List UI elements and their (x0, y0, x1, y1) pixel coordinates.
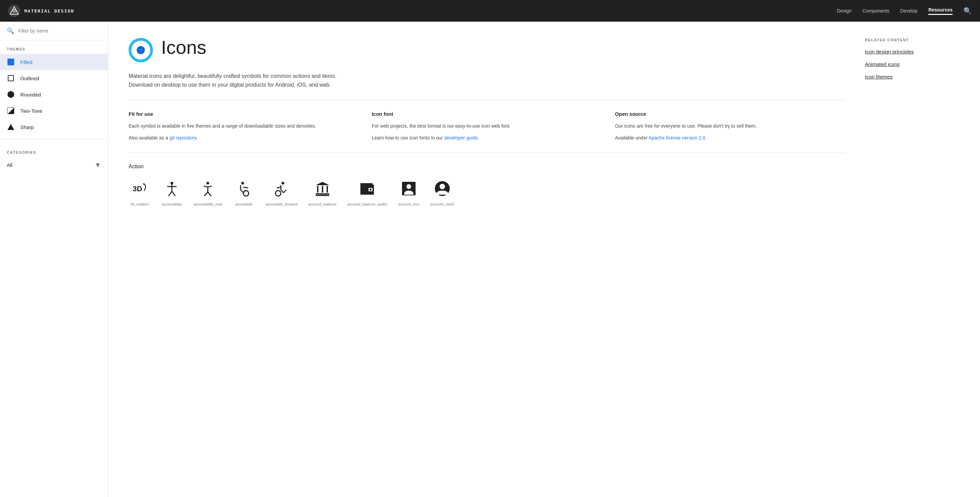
rounded-label: Rounded (20, 92, 41, 97)
brand-name: MATERIAL DESIGN (24, 8, 74, 14)
brand-logo[interactable]: MATERIAL DESIGN (8, 5, 74, 17)
sidebar-item-filled[interactable]: Filled (0, 54, 108, 70)
svg-point-19 (282, 182, 284, 185)
svg-rect-23 (317, 186, 318, 193)
material-logo-icon (8, 5, 20, 17)
filled-theme-icon (7, 58, 15, 66)
nav-design[interactable]: Design (837, 8, 852, 14)
category-value: All (7, 162, 13, 168)
svg-point-35 (439, 184, 445, 189)
outlined-theme-icon (7, 74, 15, 82)
hero-icon-wrap (129, 38, 153, 64)
svg-point-5 (139, 48, 143, 52)
svg-point-30 (369, 189, 372, 191)
related-content-label: RELATED CONTENT (865, 38, 960, 42)
related-link-icon-themes[interactable]: Icon themes (865, 74, 960, 80)
icon-label-account-circle: account_circle (430, 202, 454, 206)
sidebar-item-rounded[interactable]: Rounded (0, 86, 108, 103)
icon-accessible-forward[interactable]: accessible_forward (266, 178, 298, 206)
developer-guide-link[interactable]: developer guide (444, 135, 478, 140)
svg-point-16 (241, 182, 244, 185)
categories-section-label: CATEGORIES (0, 143, 108, 157)
svg-point-2 (12, 9, 16, 13)
svg-line-10 (169, 191, 172, 196)
filled-label: Filled (20, 59, 32, 65)
related-link-design-principles[interactable]: Icon design principles (865, 49, 960, 54)
svg-line-21 (277, 187, 281, 188)
svg-point-33 (406, 184, 411, 189)
svg-point-17 (243, 191, 249, 196)
svg-point-12 (207, 182, 209, 185)
icon-account-balance-wallet[interactable]: account_balance_wallet (347, 178, 387, 206)
feature-font-desc: For web projects, the best format is our… (372, 122, 602, 130)
rounded-theme-icon (7, 91, 15, 99)
icon-accessibility-svg (161, 178, 183, 199)
feature-font-extra: Learn how to use icon fonts in our devel… (372, 134, 602, 142)
hero-divider (129, 100, 845, 100)
top-navigation: MATERIAL DESIGN Design Components Develo… (0, 0, 980, 22)
feature-fit-title: Fit for use (129, 111, 358, 117)
nav-links: Design Components Develop Resources (837, 7, 953, 15)
nav-components[interactable]: Components (862, 8, 889, 14)
features-grid: Fit for use Each symbol is available in … (129, 111, 845, 142)
icon-accessibility-new[interactable]: accessibility_new (194, 178, 222, 206)
feature-font-title: Icon font (372, 111, 602, 117)
themes-section-label: THEMES (0, 40, 108, 54)
action-section: Action 3D 3d_rotation (129, 164, 845, 206)
icon-accessible[interactable]: accessible (233, 178, 255, 206)
feature-fit-extra: Also available as a git repository. (129, 134, 358, 142)
icon-label-accessibility: accessibility (162, 202, 182, 206)
svg-point-7 (170, 182, 173, 185)
icon-label-accessible-forward: accessible_forward (266, 202, 298, 206)
svg-rect-31 (360, 183, 372, 185)
main-content: Icons Material icons are delightful, bea… (108, 22, 980, 222)
svg-rect-25 (326, 186, 328, 193)
feature-fit-desc: Each symbol is available in five themes … (129, 122, 358, 130)
svg-line-18 (243, 187, 248, 188)
git-repository-link[interactable]: git repository (170, 135, 196, 140)
icon-account-circle[interactable]: account_circle (430, 178, 454, 206)
category-select[interactable]: All ▼ (7, 157, 101, 173)
related-content-aside: RELATED CONTENT Icon design principles A… (865, 38, 960, 206)
icon-account-balance-svg (312, 178, 333, 199)
feature-open-source: Open source Our icons are free for every… (615, 111, 845, 142)
svg-text:3D: 3D (133, 185, 142, 193)
icon-3d-rotation[interactable]: 3D 3d_rotation (129, 178, 150, 206)
icons-grid: 3D 3d_rotation (129, 178, 845, 206)
icon-account-box[interactable]: account_box (398, 178, 420, 206)
icon-account-balance[interactable]: account_balance (308, 178, 336, 206)
sidebar-item-sharp[interactable]: Sharp (0, 119, 108, 135)
feature-fit-for-use: Fit for use Each symbol is available in … (129, 111, 358, 142)
sidebar-item-outlined[interactable]: Outlined (0, 70, 108, 86)
svg-line-15 (208, 192, 211, 196)
related-link-animated-icons[interactable]: Animated icons (865, 61, 960, 67)
icon-accessible-svg (233, 178, 255, 199)
twotone-theme-icon (7, 107, 15, 115)
hero-description: Material icons are delightful, beautiful… (129, 72, 359, 89)
feature-open-title: Open source (615, 111, 845, 117)
apache-license-link[interactable]: Apache license version 2.0 (649, 135, 705, 140)
sidebar-item-twotone[interactable]: Two-Tone (0, 103, 108, 119)
icon-3d-svg: 3D (129, 178, 150, 199)
svg-point-20 (275, 191, 281, 196)
search-input[interactable] (18, 28, 101, 33)
icon-label-account-box: account_box (398, 202, 419, 206)
svg-marker-22 (316, 182, 329, 185)
svg-rect-27 (316, 195, 329, 196)
feature-open-desc: Our icons are free for everyone to use. … (615, 122, 845, 130)
sharp-label: Sharp (20, 124, 34, 130)
icon-account-circle-svg (431, 178, 453, 199)
svg-rect-24 (322, 186, 323, 193)
nav-resources[interactable]: Resources (928, 7, 953, 15)
sidebar-divider (0, 139, 108, 140)
search-container: 🔍 (0, 22, 108, 40)
nav-develop[interactable]: Develop (900, 8, 917, 14)
search-icon[interactable]: 🔍 (963, 7, 972, 15)
icon-label-account-balance: account_balance (308, 202, 336, 206)
icon-account-balance-wallet-svg (356, 178, 378, 199)
outlined-label: Outlined (20, 75, 39, 81)
icons-logo-icon (129, 38, 153, 62)
twotone-label: Two-Tone (20, 108, 42, 114)
feature-open-extra: Available under Apache license version 2… (615, 134, 845, 142)
icon-accessibility[interactable]: accessibility (161, 178, 183, 206)
